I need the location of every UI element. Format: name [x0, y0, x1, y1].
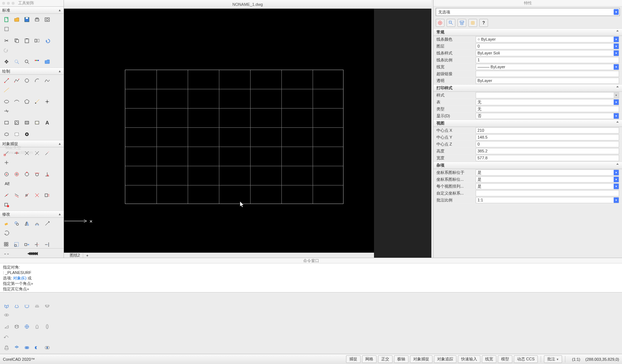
- ucs-pos-field[interactable]: 是▼: [476, 176, 619, 183]
- wipeout-icon[interactable]: [12, 130, 21, 139]
- snap-tangent-icon[interactable]: [32, 170, 42, 179]
- zoom-realtime-icon[interactable]: [12, 57, 21, 66]
- print-icon[interactable]: [32, 15, 42, 24]
- section-snap[interactable]: 对象捕捉▲: [0, 140, 64, 147]
- match-prop-icon[interactable]: [32, 36, 42, 45]
- custom-cs-field[interactable]: [476, 190, 619, 196]
- arc-icon[interactable]: [32, 76, 42, 85]
- line-weight-field[interactable]: ——— ByLayer▼: [476, 64, 619, 70]
- line-color-field[interactable]: ○ ByLayer▼: [476, 36, 619, 42]
- print-preview-icon[interactable]: [42, 15, 52, 24]
- revolve-icon[interactable]: [42, 322, 52, 331]
- snap-intersect-icon[interactable]: [22, 149, 32, 158]
- donut-icon[interactable]: [22, 130, 32, 139]
- union-icon[interactable]: [22, 343, 32, 352]
- center-y-field[interactable]: 148.5: [476, 134, 619, 140]
- qinput-toggle[interactable]: 快速输入: [458, 355, 480, 363]
- snap-center-icon[interactable]: [2, 170, 11, 179]
- snap-nearest-icon[interactable]: [2, 191, 11, 200]
- new-icon[interactable]: [2, 15, 11, 24]
- planesurf-icon[interactable]: [12, 343, 21, 352]
- snap-settings-icon[interactable]: [42, 191, 52, 200]
- dyn-ccs-toggle[interactable]: 动态 CCS: [514, 355, 538, 363]
- line-scale-field[interactable]: 1: [476, 57, 619, 63]
- pan-icon[interactable]: ✥: [2, 57, 11, 66]
- section-print[interactable]: 打印样式⌃: [434, 84, 622, 92]
- stretch-icon[interactable]: [22, 240, 32, 249]
- ucs-at-field[interactable]: 是▼: [476, 169, 619, 176]
- snap-extension-icon[interactable]: [42, 149, 52, 158]
- subtract-icon[interactable]: [32, 343, 42, 352]
- rectangle-icon[interactable]: [2, 118, 11, 127]
- snap-endpoint-icon[interactable]: [2, 149, 11, 158]
- snap-from-icon[interactable]: [2, 158, 11, 167]
- ortho-toggle[interactable]: 正交: [378, 355, 393, 363]
- copy-icon[interactable]: [12, 36, 21, 45]
- ray-icon[interactable]: [32, 97, 42, 106]
- snap-off-icon[interactable]: [2, 200, 11, 209]
- polar-toggle[interactable]: 极轴: [394, 355, 408, 363]
- add-sheet-button[interactable]: +: [83, 253, 91, 258]
- region-icon[interactable]: [22, 118, 32, 127]
- help-button[interactable]: ?: [479, 19, 488, 27]
- rotate-icon[interactable]: [2, 229, 11, 237]
- open-icon[interactable]: [12, 15, 21, 24]
- mirror-icon[interactable]: [22, 219, 32, 228]
- center-x-field[interactable]: 210: [476, 127, 619, 134]
- hatch-icon[interactable]: [12, 118, 21, 127]
- per-vp-field[interactable]: 是▼: [476, 183, 619, 189]
- revcloud-icon[interactable]: [2, 130, 11, 139]
- trim-icon[interactable]: [32, 240, 42, 249]
- sheet-tab[interactable]: 图纸2: [67, 253, 83, 258]
- cut-icon[interactable]: ✂: [2, 36, 11, 45]
- ellipse-icon[interactable]: [2, 97, 11, 106]
- snap-node-icon[interactable]: AB: [2, 179, 11, 188]
- paste-icon[interactable]: [22, 36, 32, 45]
- print-table-field[interactable]: 无▼: [476, 99, 619, 105]
- transparent-field[interactable]: ByLayer: [476, 78, 619, 84]
- quick-select-icon[interactable]: [447, 19, 455, 27]
- offset-icon[interactable]: [32, 219, 42, 228]
- line-style-field[interactable]: ByLayer Soli▼: [476, 50, 619, 56]
- move-icon[interactable]: [42, 219, 52, 228]
- view-height-field[interactable]: 385.2: [476, 148, 619, 154]
- plot-icon[interactable]: [2, 25, 11, 33]
- save-icon[interactable]: [22, 15, 32, 24]
- sweep-icon[interactable]: [2, 332, 11, 340]
- scale-icon[interactable]: [12, 240, 21, 249]
- zoom-window-icon[interactable]: [22, 57, 32, 66]
- toolbox-collapse[interactable]: ◀◀◀◀◀: [0, 248, 64, 258]
- ann-scale-field[interactable]: 1:1▼: [476, 197, 619, 203]
- snap-toggle[interactable]: 捕捉: [346, 355, 361, 363]
- copy-obj-icon[interactable]: [12, 219, 21, 228]
- print-display-field[interactable]: 否▼: [476, 113, 619, 119]
- section-draw[interactable]: 绘制▲: [0, 68, 64, 75]
- polysolid-icon[interactable]: [22, 322, 32, 331]
- pick-add-icon[interactable]: [436, 19, 444, 27]
- section-misc[interactable]: 杂项⌃: [434, 161, 622, 169]
- point-icon[interactable]: [42, 97, 52, 106]
- osnap-toggle[interactable]: 对象捕捉: [410, 355, 432, 363]
- wedge-icon[interactable]: [2, 322, 11, 331]
- snap-insert-icon[interactable]: [22, 191, 32, 200]
- lweight-toggle[interactable]: 线宽: [482, 355, 496, 363]
- loft-icon[interactable]: [2, 343, 11, 352]
- anno-dropdown[interactable]: 批注: [544, 355, 562, 363]
- snap-geometric-icon[interactable]: [12, 170, 21, 179]
- center-z-field[interactable]: 0: [476, 141, 619, 147]
- text-icon[interactable]: A: [42, 118, 52, 127]
- section-modify[interactable]: 修改▲: [0, 210, 64, 218]
- snap-none-icon[interactable]: [32, 191, 42, 200]
- explorer-icon[interactable]: [42, 57, 52, 66]
- xline-icon[interactable]: [2, 86, 11, 94]
- snap-quadrant-icon[interactable]: [22, 170, 32, 179]
- hyperlink-field[interactable]: [476, 71, 619, 77]
- spline-icon[interactable]: [42, 76, 52, 85]
- boundary-icon[interactable]: [32, 118, 42, 127]
- polygon-icon[interactable]: [22, 97, 32, 106]
- construction-icon[interactable]: [2, 107, 11, 115]
- properties-icon[interactable]: [32, 57, 42, 66]
- erase-icon[interactable]: [2, 219, 11, 228]
- splitter[interactable]: [0, 292, 622, 305]
- view-width-field[interactable]: 577.8: [476, 155, 619, 161]
